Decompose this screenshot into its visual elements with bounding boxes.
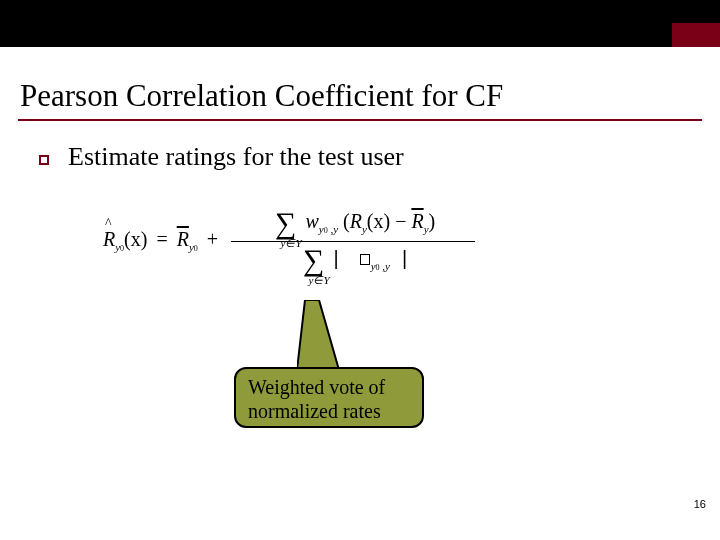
title-underline (18, 119, 702, 121)
formula-pipe-l: | (333, 247, 338, 269)
formula-lparen: ( (343, 210, 350, 232)
formula-minus: − (395, 210, 406, 232)
formula-rparen: ) (429, 210, 436, 232)
callout-box: Weighted vote of normalized rates (234, 367, 424, 428)
formula-lhs-arg: (x) (124, 228, 147, 250)
svg-marker-0 (297, 300, 339, 370)
formula-w-den-sub-b: y (385, 260, 390, 272)
formula-plus: + (207, 228, 218, 250)
sum-icon: ∑ y∈Y (275, 208, 296, 238)
bullet-text: Estimate ratings for the test user (68, 142, 404, 172)
callout-line2: normalized rates (248, 400, 381, 422)
header-band (0, 0, 720, 47)
formula-lhs-var: R (103, 228, 115, 250)
missing-glyph-icon (360, 254, 370, 265)
formula-numerator: ∑ y∈Y wy0 ,y (Ry(x) − Ry) (231, 208, 475, 242)
slide-title: Pearson Correlation Coefficient for CF (20, 78, 503, 114)
formula-rybar-var: R (411, 210, 423, 232)
formula-eq: = (156, 228, 167, 250)
formula-sum-sym: ∑ (275, 206, 296, 239)
formula-pipe-r: | (402, 247, 407, 269)
formula-rbar-sub0: 0 (194, 244, 198, 253)
formula-rbar-var: R (177, 228, 189, 250)
formula-sum-sym-den: ∑ (303, 243, 324, 276)
header-accent (672, 23, 720, 47)
formula-sum-below-den: y∈Y (299, 275, 339, 286)
formula-ry-var: R (350, 210, 362, 232)
formula: Ry0(x) = Ry0 + ∑ y∈Y wy0 ,y (Ry(x) − Ry)… (103, 208, 513, 275)
callout-line1: Weighted vote of (248, 376, 385, 398)
formula-w-var: w (305, 210, 318, 232)
formula-denominator: ∑ y∈Y | y0 ,y | (231, 242, 475, 275)
page-number: 16 (694, 498, 706, 510)
bullet-icon (39, 155, 49, 165)
formula-ry-arg: (x) (367, 210, 390, 232)
formula-w-sub-b: y (333, 223, 338, 235)
sum-icon: ∑ y∈Y (303, 245, 324, 275)
